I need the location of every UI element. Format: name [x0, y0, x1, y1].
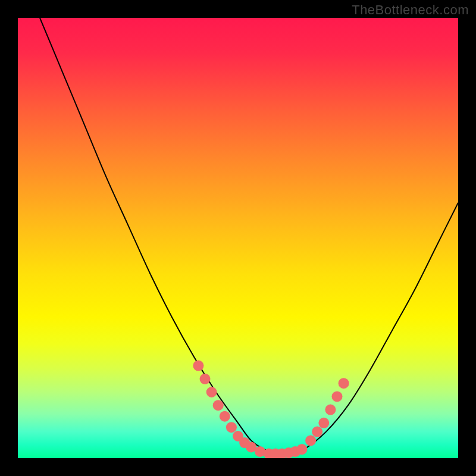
chart-svg: [18, 18, 458, 458]
marker-dot: [312, 427, 322, 437]
marker-dot: [226, 422, 237, 433]
curve-markers: [193, 361, 349, 458]
chart-plot-area: [18, 18, 458, 458]
marker-dot: [339, 378, 349, 389]
marker-dot: [206, 387, 217, 397]
marker-dot: [305, 435, 316, 446]
marker-dot: [200, 374, 211, 384]
marker-dot: [296, 444, 307, 455]
marker-dot: [318, 418, 329, 428]
marker-dot: [220, 411, 230, 422]
marker-dot: [193, 361, 203, 371]
marker-dot: [332, 391, 343, 402]
bottleneck-curve: [40, 18, 458, 455]
marker-dot: [325, 405, 336, 415]
watermark-text: TheBottleneck.com: [352, 2, 469, 18]
marker-dot: [213, 400, 224, 411]
